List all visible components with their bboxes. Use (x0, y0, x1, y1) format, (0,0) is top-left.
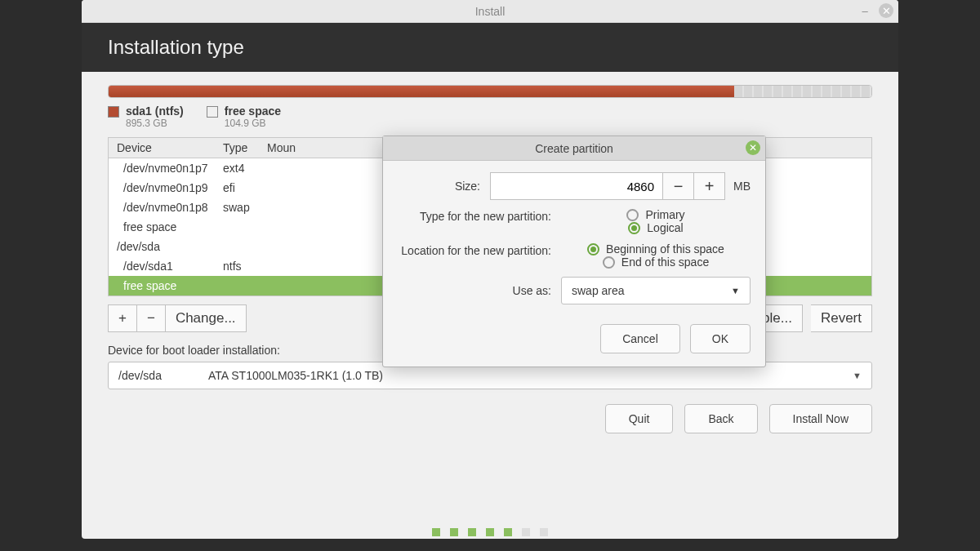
remove-partition-button[interactable]: − (137, 304, 166, 332)
chevron-down-icon: ▼ (731, 286, 740, 295)
size-increment-button[interactable]: + (694, 172, 725, 200)
radio-end[interactable]: End of this space (603, 256, 709, 269)
size-label: Size: (398, 180, 490, 193)
useas-select[interactable]: swap area ▼ (561, 277, 751, 304)
column-header-type[interactable]: Type (215, 138, 259, 158)
dialog-title: Create partition ✕ (383, 136, 765, 161)
type-label: Type for the new partition: (398, 208, 561, 223)
legend-swatch-sda1 (108, 106, 119, 118)
back-button[interactable]: Back (684, 404, 757, 433)
ok-button[interactable]: OK (690, 324, 751, 353)
size-decrement-button[interactable]: − (663, 172, 694, 200)
legend-label: free space (225, 104, 281, 118)
quit-button[interactable]: Quit (605, 404, 674, 433)
partition-legend: sda1 (ntfs) 895.3 GB free space 104.9 GB (108, 104, 872, 129)
legend-size: 895.3 GB (126, 118, 184, 129)
legend-label: sda1 (ntfs) (126, 104, 184, 118)
cancel-button[interactable]: Cancel (600, 324, 680, 353)
size-unit: MB (733, 180, 751, 193)
dialog-close-icon[interactable]: ✕ (746, 140, 760, 155)
window-titlebar: Install – ✕ (82, 0, 898, 23)
legend-swatch-free (207, 106, 218, 118)
location-label: Location for the new partition: (398, 242, 561, 257)
radio-logical[interactable]: Logical (628, 221, 683, 234)
step-indicator (0, 528, 980, 536)
disk-usage-bar (108, 85, 872, 98)
install-now-button[interactable]: Install Now (769, 404, 872, 433)
page-title: Installation type (82, 23, 898, 72)
minimize-icon[interactable]: – (858, 3, 872, 18)
size-input[interactable] (490, 172, 663, 200)
radio-beginning[interactable]: Beginning of this space (587, 242, 724, 256)
add-partition-button[interactable]: + (108, 304, 137, 332)
chevron-down-icon: ▼ (853, 371, 862, 380)
column-header-device[interactable]: Device (109, 138, 215, 158)
legend-size: 104.9 GB (225, 118, 281, 129)
useas-label: Use as: (398, 284, 561, 297)
radio-primary[interactable]: Primary (626, 208, 684, 221)
change-partition-button[interactable]: Change... (166, 304, 247, 332)
window-title: Install (475, 5, 506, 18)
create-partition-dialog: Create partition ✕ Size: − + MB Type for… (382, 136, 766, 367)
revert-button[interactable]: Revert (811, 304, 872, 332)
close-icon[interactable]: ✕ (879, 3, 893, 18)
